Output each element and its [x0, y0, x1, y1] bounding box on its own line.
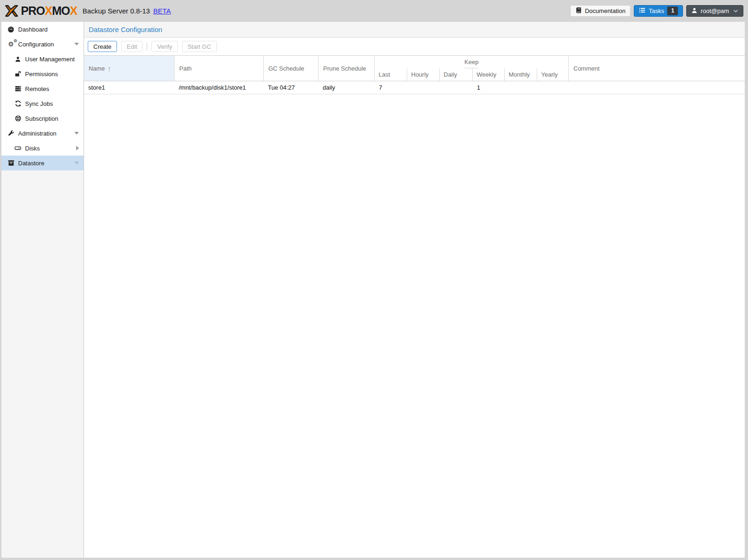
main-panel: Datastore Configuration Create Edit Veri…: [84, 22, 745, 558]
sidebar-item-label: Configuration: [18, 41, 54, 48]
beta-link[interactable]: BETA: [153, 7, 171, 15]
sidebar-item-user-management[interactable]: User Management: [1, 52, 84, 66]
column-header-keep: Keep: [464, 56, 478, 68]
column-header-gc-schedule[interactable]: GC Schedule: [264, 56, 319, 81]
column-group-keep: Keep Last Hourly Daily Weekly Monthly Ye…: [375, 56, 569, 81]
collapse-chevron-icon[interactable]: [74, 132, 79, 135]
app-body: Dashboard ⚙⚙ Configuration User Manageme…: [1, 22, 745, 558]
cell-keep-last: 7: [375, 84, 407, 91]
sidebar-item-remotes[interactable]: Remotes: [1, 81, 84, 96]
column-header-comment[interactable]: Comment: [569, 56, 745, 81]
user-label: root@pam: [701, 7, 729, 14]
expand-chevron-icon[interactable]: [76, 146, 79, 150]
cell-path: /mnt/backup/disk1/store1: [175, 84, 264, 91]
column-header-keep-weekly[interactable]: Weekly: [473, 68, 505, 81]
sidebar-item-datastore[interactable]: Datastore: [1, 156, 84, 170]
sidebar-item-configuration[interactable]: ⚙⚙ Configuration: [1, 37, 84, 52]
toolbar-separator: [147, 43, 147, 51]
user-menu-button[interactable]: root@pam: [686, 5, 743, 17]
sidebar-item-permissions[interactable]: Permissions: [1, 66, 84, 81]
sidebar-item-label: Subscription: [25, 115, 59, 122]
sidebar-item-label: Dashboard: [18, 26, 48, 33]
life-ring-icon: [14, 115, 22, 122]
unlock-icon: [14, 71, 22, 77]
user-icon: [14, 56, 22, 62]
tasks-count-badge: 1: [667, 7, 678, 15]
table-row[interactable]: store1 /mnt/backup/disk1/store1 Tue 04:2…: [84, 81, 745, 94]
user-icon: [691, 7, 697, 15]
toolbar: Create Edit Verify Start GC: [84, 38, 745, 55]
book-icon: [575, 7, 582, 15]
sidebar-item-label: Disks: [25, 145, 40, 152]
start-gc-button[interactable]: Start GC: [182, 41, 217, 52]
sidebar-item-disks[interactable]: Disks: [1, 141, 84, 156]
documentation-button[interactable]: Documentation: [570, 5, 631, 17]
column-header-prune-schedule[interactable]: Prune Schedule: [319, 56, 375, 81]
create-button[interactable]: Create: [88, 41, 117, 52]
cell-gc-schedule: Tue 04:27: [264, 84, 319, 91]
cell-keep-weekly: 1: [473, 84, 505, 91]
sidebar-item-label: Remotes: [25, 85, 49, 92]
topbar-actions: Documentation Tasks 1 root@pam: [570, 5, 743, 17]
datastore-table: Name ↑ Path GC Schedule Prune Schedule K…: [84, 55, 745, 94]
table-header: Name ↑ Path GC Schedule Prune Schedule K…: [84, 56, 745, 81]
hdd-icon: [14, 145, 22, 151]
cogs-icon: ⚙⚙: [7, 41, 15, 47]
proxmox-logo: PROXMOX: [5, 5, 77, 17]
collapse-chevron-icon[interactable]: [74, 43, 79, 46]
column-header-path[interactable]: Path: [175, 56, 264, 81]
column-header-keep-last[interactable]: Last: [375, 68, 407, 81]
sidebar-item-sync-jobs[interactable]: Sync Jobs: [1, 96, 84, 111]
keep-subcolumns: Last Hourly Daily Weekly Monthly Yearly: [375, 68, 569, 81]
topbar: PROXMOX Backup Server 0.8-13 BETA Docume…: [0, 0, 748, 22]
column-header-keep-hourly[interactable]: Hourly: [407, 68, 440, 81]
sync-icon: [14, 100, 22, 107]
table-empty-area: [84, 94, 745, 558]
archive-icon: [7, 160, 15, 166]
column-header-keep-daily[interactable]: Daily: [440, 68, 473, 81]
proxmox-wordmark: PROXMOX: [21, 5, 77, 17]
documentation-label: Documentation: [585, 7, 625, 14]
sidebar-item-dashboard[interactable]: Dashboard: [1, 22, 84, 37]
edit-button[interactable]: Edit: [121, 41, 143, 52]
sidebar-item-label: Sync Jobs: [25, 100, 53, 107]
column-header-keep-monthly[interactable]: Monthly: [505, 68, 537, 81]
verify-button[interactable]: Verify: [151, 41, 178, 52]
sidebar-nav: Dashboard ⚙⚙ Configuration User Manageme…: [1, 22, 84, 170]
dashboard-gauge-icon: [7, 26, 15, 33]
sidebar-item-label: Permissions: [25, 71, 58, 78]
page-title: Datastore Configuration: [89, 26, 162, 33]
cell-name: store1: [84, 84, 175, 91]
sidebar-item-administration[interactable]: Administration: [1, 126, 84, 141]
column-header-keep-yearly[interactable]: Yearly: [537, 68, 569, 81]
sidebar-item-label: Administration: [18, 130, 56, 137]
task-list-icon: [639, 7, 645, 15]
sidebar-item-subscription[interactable]: Subscription: [1, 111, 84, 126]
column-header-name[interactable]: Name ↑: [84, 56, 175, 81]
sidebar: Dashboard ⚙⚙ Configuration User Manageme…: [1, 22, 84, 558]
sidebar-item-label: User Management: [25, 56, 75, 63]
sort-ascending-icon: ↑: [108, 65, 111, 72]
tasks-label: Tasks: [649, 7, 664, 14]
product-title: Backup Server 0.8-13: [83, 7, 150, 15]
collapse-chevron-icon[interactable]: [74, 162, 79, 164]
proxmox-x-icon: [5, 5, 19, 17]
cell-prune-schedule: daily: [319, 84, 375, 91]
server-icon: [14, 85, 22, 92]
wrench-icon: [7, 130, 15, 137]
sidebar-item-label: Datastore: [18, 160, 44, 167]
chevron-down-icon: [733, 7, 738, 14]
panel-header: Datastore Configuration: [84, 22, 745, 38]
tasks-button[interactable]: Tasks 1: [634, 5, 683, 17]
